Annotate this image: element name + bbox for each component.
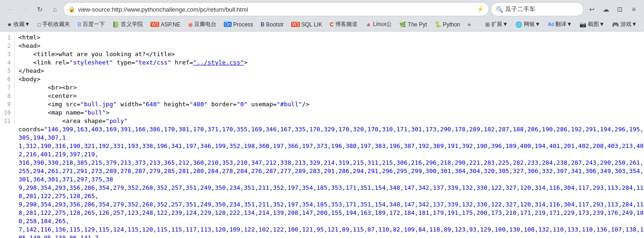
- source-line-8: 8 <center>: [0, 92, 644, 100]
- bookmark-label: SQL LIK: [301, 21, 322, 28]
- undo-button[interactable]: ↩: [585, 3, 598, 16]
- toolbar-label: 网银▼: [524, 20, 540, 28]
- toolbar-label: 扩展▼: [491, 20, 508, 28]
- bookmark-mobile[interactable]: □ 手机收藏夹: [34, 19, 73, 29]
- bookmark-label: Process: [233, 21, 253, 28]
- line-text: <img src="bull.jpg" width="640" height="…: [19, 100, 644, 109]
- line-number: 11: [0, 117, 15, 125]
- source-line-1: 1 <html>: [0, 33, 644, 42]
- line-text: <area shape="poly": [19, 117, 644, 125]
- blog-icon: C: [330, 21, 334, 28]
- bookmark-shouyixueyuan[interactable]: 📗 首义学院: [109, 19, 146, 29]
- line-text: <br><br>: [19, 84, 644, 92]
- fullscreen-button[interactable]: ⊡: [613, 3, 626, 16]
- bookmark-thepyt[interactable]: 🌿 The Pyt: [396, 20, 430, 29]
- source-line-11-coords3: 316,390,330,218,385,215,379,213,373,213,…: [0, 159, 644, 184]
- source-line-11-coords4: 9,298,354,293,356,286,354,279,352,268,35…: [0, 184, 644, 200]
- toolbar-screenshot[interactable]: 📷 截图▼: [576, 19, 608, 29]
- line-text: <link rel="stylesheet" type="text/css" h…: [19, 58, 644, 67]
- refresh-button[interactable]: ↻: [33, 3, 46, 16]
- bookmark-more[interactable]: »: [464, 20, 474, 29]
- screenshot-icon: 📷: [579, 21, 586, 28]
- games-icon: 🎮: [612, 21, 619, 28]
- source-line-11: 11 <area shape="poly": [0, 117, 644, 125]
- source-line-2: 2 <head>: [0, 42, 644, 50]
- bookmark-process[interactable]: On Process: [221, 20, 257, 29]
- source-line-7: 7 <br><br>: [0, 84, 644, 92]
- bookmark-baidu[interactable]: B 百度一下: [74, 19, 108, 29]
- line-text: coords="146,399,163,403,169,391,166,386,…: [19, 125, 644, 142]
- line-number: 8: [0, 92, 15, 100]
- toolbar-translate[interactable]: Ad 翻译▼: [545, 19, 575, 29]
- line-number: 5: [0, 67, 15, 75]
- forward-button[interactable]: →: [19, 3, 32, 16]
- extensions-icon: ⊞: [485, 21, 490, 28]
- menu-button[interactable]: ≡: [627, 3, 640, 16]
- w3sql-icon: W3: [291, 22, 300, 27]
- bookmark-label: Bootstr: [266, 21, 284, 28]
- cloud-button[interactable]: ☁: [599, 3, 612, 16]
- bookmark-blog[interactable]: C 博客频道: [326, 19, 361, 29]
- python-icon: 🐍: [435, 21, 442, 28]
- source-line-11-coords6: 7,142,116,136,115,129,115,124,115,120,11…: [0, 225, 644, 238]
- star-icon: ★: [7, 21, 12, 28]
- line-text: <title>what are you looking at?</title>: [19, 50, 644, 58]
- address-bar[interactable]: 🔒 view-source:http://www.pythonchallenge…: [63, 2, 489, 16]
- toolbar-label: 游戏▼: [620, 20, 637, 28]
- bookmark-label: 收藏▼: [13, 20, 30, 28]
- more-label: »: [468, 21, 471, 28]
- source-line-9: 9 <img src="bull.jpg" width="640" height…: [0, 100, 644, 109]
- line-text: </head>: [19, 67, 644, 75]
- bookmark-label: ASP.NE: [161, 21, 180, 28]
- line-number: 6: [0, 75, 15, 84]
- bookmark-favorites[interactable]: ★ 收藏▼: [4, 19, 33, 29]
- mobile-icon: □: [38, 21, 41, 28]
- line-text: 9,298,354,293,356,286,354,279,352,268,35…: [19, 200, 644, 225]
- line-number: 10: [0, 109, 15, 117]
- toolbar-label: 翻译▼: [555, 20, 572, 28]
- home-button[interactable]: ⌂: [48, 3, 61, 16]
- bookmark-label: 百度一下: [83, 20, 105, 28]
- line-number: 1: [0, 33, 15, 42]
- line-text: <html>: [19, 33, 644, 42]
- bookmark-label: 首义学院: [121, 20, 143, 28]
- bookmark-label: Linux公: [373, 20, 392, 28]
- line-text: 1,312,190,316,190,321,192,331,193,338,19…: [19, 142, 644, 159]
- toolbar-netbank[interactable]: 🌐 网银▼: [512, 19, 544, 29]
- source-line-10: 10 <map name="bull">: [0, 109, 644, 117]
- on-icon: On: [224, 22, 232, 27]
- line-text: <map name="bull">: [19, 109, 644, 117]
- search-input[interactable]: [505, 6, 570, 13]
- source-line-4: 4 <link rel="stylesheet" type="text/css"…: [0, 58, 644, 67]
- w3-icon: W3: [150, 22, 159, 27]
- source-line-3: 3 <title>what are you looking at?</title…: [0, 50, 644, 58]
- bookmark-label: 豆瓣电台: [194, 20, 216, 28]
- toolbar-label: 截图▼: [588, 20, 605, 28]
- url-text: view-source:http://www.pythonchallenge.c…: [78, 6, 474, 13]
- bookmark-linux[interactable]: 🔺 Linux公: [362, 19, 396, 29]
- netbank-icon: 🌐: [515, 21, 522, 28]
- nav-bar: ← → ↻ ⌂ 🔒 view-source:http://www.pythonc…: [0, 0, 644, 19]
- bookmark-w3asp[interactable]: W3 ASP.NE: [147, 20, 183, 29]
- back-button[interactable]: ←: [4, 3, 17, 16]
- bookmark-bootstrap[interactable]: B Bootstr: [257, 20, 287, 29]
- bookmark-douban[interactable]: ◉ 豆瓣电台: [185, 19, 220, 29]
- line-text: <body>: [19, 75, 644, 84]
- browser-chrome: ← → ↻ ⌂ 🔒 view-source:http://www.pythonc…: [0, 0, 644, 32]
- toolbar-games[interactable]: 🎮 游戏▼: [609, 19, 640, 29]
- lightning-icon: ⚡: [477, 6, 484, 13]
- toolbar-extensions[interactable]: ⊞ 扩展▼: [482, 19, 511, 29]
- line-text: 7,142,116,136,115,129,115,124,115,120,11…: [19, 225, 644, 238]
- source-line-11-coords5: 9,298,354,293,356,286,354,279,352,268,35…: [0, 200, 644, 225]
- search-bar[interactable]: 🔍: [491, 2, 584, 16]
- bookmark-label: 博客频道: [335, 20, 358, 28]
- source-line-11-coords: coords="146,399,163,403,169,391,166,386,…: [0, 125, 644, 142]
- linux-icon: 🔺: [365, 21, 372, 28]
- bookmark-python[interactable]: 🐍 Python: [431, 20, 463, 29]
- line-text: 316,390,330,218,385,215,379,213,373,213,…: [19, 159, 644, 184]
- translate-icon: Ad: [548, 22, 554, 27]
- bootstrap-icon: B: [260, 21, 265, 28]
- baidu-icon: B: [78, 21, 81, 28]
- bookmark-w3sql[interactable]: W3 SQL LIK: [288, 20, 325, 29]
- line-text: <head>: [19, 42, 644, 50]
